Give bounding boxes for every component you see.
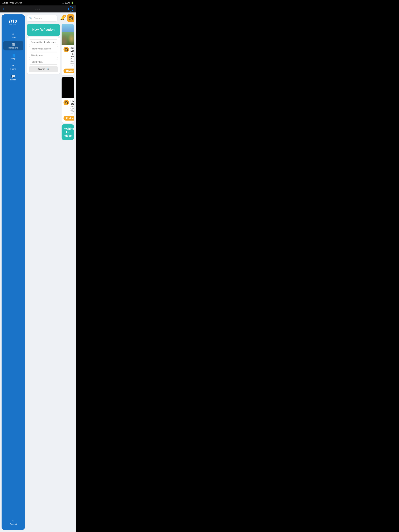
classroom-scene (62, 24, 74, 45)
dot-3 (39, 9, 40, 10)
reflection-avatar-1: 👩 (64, 47, 69, 52)
sidebar-home-label: Home (11, 36, 16, 38)
forward-button[interactable]: › (6, 7, 7, 11)
reflection-meta-2: 👩 Live coaching Febe Garcia 03/13/23 11:… (64, 100, 72, 114)
browser-dots (35, 9, 40, 10)
dark-thumbnail-2 (62, 77, 74, 98)
reflection-author-2: Febe Garcia (71, 106, 74, 110)
left-panel: New Reflection Search 🔍 (27, 24, 60, 530)
sidebar-nav: ⌂ Home ▦ Reflections 👥 Groups ≡ Forms 💬 … (1, 30, 25, 82)
reflection-actions-2: Review ↪ 1 ≡ (64, 116, 72, 121)
review-button-1[interactable]: Review (64, 69, 74, 73)
reflections-icon: ▦ (12, 43, 15, 46)
browser-bar: ‹ › ··· (0, 6, 76, 13)
groups-icon: 👥 (11, 53, 15, 57)
browser-nav: ‹ › (3, 7, 8, 11)
content-area: New Reflection Search 🔍 (27, 24, 74, 530)
sidebar-groups-label: Groups (10, 57, 17, 60)
sidebar-item-forms[interactable]: ≡ Forms (3, 62, 23, 72)
signout-icon: ↪ (12, 519, 14, 523)
logo-sub: connect (9, 24, 18, 25)
filter-org-input[interactable] (29, 46, 58, 51)
filter-tag-input[interactable] (29, 59, 58, 65)
app-container: iris connect ⌂ Home ▦ Reflections 👥 Grou… (0, 13, 76, 532)
reflection-date-1: 06/01/21 13:25 (71, 63, 74, 67)
search-panel: Search 🔍 (27, 37, 60, 74)
status-dots: ··· (41, 2, 44, 4)
notification-button[interactable]: 🔔 1 (59, 15, 66, 22)
status-right: 100% 🔋 (62, 1, 74, 4)
search-container[interactable]: 🔍 Search (27, 15, 57, 21)
signout-label: Sign out (10, 523, 17, 525)
sidebar: iris connect ⌂ Home ▦ Reflections 👥 Grou… (1, 14, 25, 530)
filter-user-input[interactable] (29, 53, 58, 58)
reflection-actions-1: Review ↪ 0 ≡ (64, 68, 72, 73)
more-icon: ··· (70, 7, 72, 11)
notification-badge: 1 (63, 15, 66, 18)
classroom-thumbnail-1 (62, 24, 74, 45)
user-avatar-button[interactable]: 👩 (67, 14, 74, 22)
reflection-title-2: Live coaching (71, 100, 74, 106)
reflection-card-2: 👩 Live coaching Febe Garcia 03/13/23 11:… (62, 77, 74, 123)
sidebar-forms-label: Forms (11, 68, 16, 70)
waiting-label: Waiting for Video (64, 127, 74, 137)
search-icon: 🔍 (29, 17, 32, 20)
avatar-emoji: 👩 (68, 16, 73, 20)
search-btn-icon: 🔍 (46, 68, 50, 70)
sidebar-item-home[interactable]: ⌂ Home (3, 30, 23, 40)
status-left: 14:16 Wed 28 Jun (2, 1, 22, 4)
right-panel: 👩 Science Lesson - EB test Febe Garcia 0… (62, 24, 74, 530)
status-time: 14:16 (2, 1, 8, 4)
waiting-for-video-card[interactable]: Waiting for Video (62, 124, 74, 140)
sidebar-item-groups[interactable]: 👥 Groups (3, 52, 23, 61)
home-icon: ⌂ (12, 32, 14, 35)
search-btn-label: Search (37, 68, 45, 70)
browser-more-button[interactable]: ··· (68, 6, 73, 12)
forms-icon: ≡ (12, 64, 14, 67)
sidebar-rooms-label: Rooms (10, 79, 16, 81)
back-button[interactable]: ‹ (3, 7, 4, 11)
top-bar: 🔍 Search 🔔 1 👩 (27, 14, 74, 22)
reflection-title-1: Science Lesson - EB test (71, 47, 74, 58)
reflection-avatar-2: 👩 (64, 100, 69, 105)
reflection-text-2: Live coaching Febe Garcia 03/13/23 11:40 (71, 100, 74, 114)
search-placeholder: Search (34, 17, 42, 20)
wifi-icon (62, 1, 64, 4)
reflection-card-1: 👩 Science Lesson - EB test Febe Garcia 0… (62, 24, 74, 75)
sidebar-item-rooms[interactable]: 💬 Rooms (3, 73, 23, 82)
dot-2 (37, 9, 38, 10)
status-date: Wed 28 Jun (10, 1, 22, 4)
main-content: 🔍 Search 🔔 1 👩 New Reflection (26, 13, 76, 532)
search-title-input[interactable] (29, 39, 58, 45)
reflection-author-1: Febe Garcia (71, 58, 74, 63)
review-button-2[interactable]: Review (64, 116, 74, 120)
reflection-info-2: 👩 Live coaching Febe Garcia 03/13/23 11:… (62, 98, 74, 123)
sidebar-logo: iris connect (9, 18, 18, 25)
battery-icon: 🔋 (71, 1, 74, 4)
rooms-icon: 💬 (11, 74, 15, 78)
reflection-text-1: Science Lesson - EB test Febe Garcia 06/… (71, 47, 74, 67)
top-bar-actions: 🔔 1 👩 (59, 14, 74, 22)
logo-text: iris (9, 18, 18, 23)
signout-button[interactable]: ↪ Sign out (9, 517, 18, 527)
reflection-info-1: 👩 Science Lesson - EB test Febe Garcia 0… (62, 45, 74, 75)
avatar-icon-2: 👩 (65, 101, 68, 104)
status-bar: 14:16 Wed 28 Jun ··· 100% 🔋 (0, 0, 76, 6)
new-reflection-button[interactable]: New Reflection (27, 24, 60, 36)
reflection-date-2: 03/13/23 11:40 (71, 110, 74, 114)
battery-level: 100% (65, 1, 70, 4)
sidebar-item-reflections[interactable]: ▦ Reflections (3, 41, 23, 51)
sidebar-reflections-label: Reflections (8, 47, 18, 49)
search-button[interactable]: Search 🔍 (29, 66, 58, 72)
reflection-meta-1: 👩 Science Lesson - EB test Febe Garcia 0… (64, 47, 72, 67)
avatar-icon-1: 👩 (65, 48, 68, 51)
dot-1 (35, 9, 36, 10)
